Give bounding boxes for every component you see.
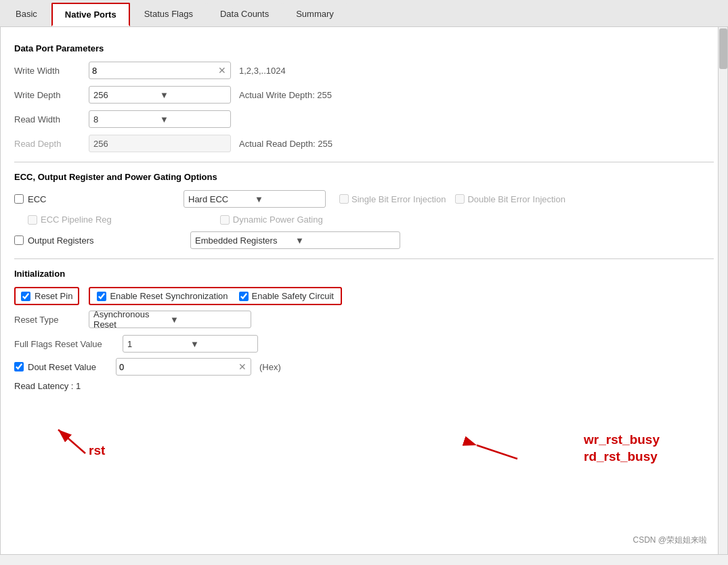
enable-safety-item: Enable Safety Circuit — [239, 291, 334, 301]
reset-type-arrow-icon: ▼ — [170, 315, 247, 325]
reset-type-row: Reset Type Asynchronous Reset ▼ — [14, 311, 714, 328]
pipeline-row: ECC Pipeline Reg Dynamic Power Gating — [28, 214, 714, 225]
read-latency: Read Latency : 1 — [14, 381, 714, 391]
read-depth-row: Read Depth 256 Actual Read Depth: 255 — [14, 135, 714, 152]
ecc-mode-wrapper: Hard ECC ▼ — [184, 190, 333, 208]
full-flags-label: Full Flags Reset Value — [14, 339, 123, 349]
full-flags-dropdown[interactable]: 1 ▼ — [123, 335, 258, 353]
reset-pin-label: Reset Pin — [35, 291, 72, 301]
content-area: Data Port Parameters Write Width ✕ 1,2,3… — [0, 27, 728, 555]
dout-reset-label: Dout Reset Value — [28, 362, 116, 372]
reset-type-dropdown[interactable]: Asynchronous Reset ▼ — [89, 311, 251, 328]
double-bit-label: Double Bit Error Injection — [467, 194, 565, 204]
write-depth-dropdown[interactable]: 256 ▼ — [89, 86, 231, 104]
dout-reset-input-wrapper[interactable]: ✕ — [116, 358, 251, 376]
enable-safety-checkbox[interactable] — [239, 292, 249, 301]
data-port-title: Data Port Parameters — [14, 43, 714, 53]
ecc-right: Single Bit Error Injection Double Bit Er… — [339, 194, 565, 204]
embedded-reg-dropdown[interactable]: Embedded Registers ▼ — [190, 231, 400, 249]
embedded-reg-value: Embedded Registers — [195, 235, 295, 246]
write-width-hint: 1,2,3,..1024 — [239, 66, 286, 76]
reset-pin-checkbox[interactable] — [21, 292, 30, 301]
scrollbar-thumb[interactable] — [719, 28, 727, 69]
tab-native-ports[interactable]: Native Ports — [51, 3, 130, 26]
ecc-title: ECC, Output Register and Power Gating Op… — [14, 172, 714, 182]
ecc-mode-dropdown[interactable]: Hard ECC ▼ — [184, 190, 326, 208]
svg-line-1 — [58, 430, 85, 453]
footer-label: CSDN @荣姐姐来啦 — [633, 535, 707, 546]
double-bit-checkbox[interactable] — [455, 194, 465, 204]
read-depth-input: 256 — [89, 135, 231, 152]
full-flags-value: 1 — [127, 339, 190, 349]
reset-type-label: Reset Type — [14, 315, 89, 325]
read-width-value: 8 — [93, 114, 160, 125]
reset-type-value: Asynchronous Reset — [93, 309, 170, 330]
output-reg-label: Output Registers — [28, 235, 94, 246]
single-bit-item: Single Bit Error Injection — [339, 194, 446, 204]
ecc-row: ECC Hard ECC ▼ Single Bit Error Injectio… — [14, 190, 714, 208]
enable-reset-sync-checkbox[interactable] — [97, 292, 106, 301]
write-width-label: Write Width — [14, 66, 89, 76]
wr-arrow — [450, 432, 538, 472]
write-depth-hint: Actual Write Depth: 255 — [239, 90, 332, 100]
dout-reset-input[interactable] — [119, 362, 237, 372]
divider-2 — [14, 258, 714, 259]
tab-basic[interactable]: Basic — [3, 3, 50, 26]
pipeline-label: ECC Pipeline Reg — [41, 214, 112, 225]
enable-boxes: Enable Reset Synchronization Enable Safe… — [89, 287, 342, 305]
read-depth-hint: Actual Read Depth: 255 — [239, 139, 333, 149]
write-depth-row: Write Depth 256 ▼ Actual Write Depth: 25… — [14, 86, 714, 104]
tab-data-counts[interactable]: Data Counts — [207, 3, 282, 26]
dynamic-power-checkbox[interactable] — [220, 215, 230, 225]
ecc-mode-value: Hard ECC — [188, 194, 255, 204]
write-width-clear-icon[interactable]: ✕ — [217, 65, 228, 76]
write-width-input[interactable] — [92, 66, 217, 76]
output-reg-left: Output Registers — [14, 235, 184, 246]
ecc-mode-arrow-icon: ▼ — [255, 194, 321, 204]
dout-reset-suffix: (Hex) — [259, 362, 281, 372]
dout-reset-clear-icon[interactable]: ✕ — [237, 361, 248, 372]
enable-safety-label: Enable Safety Circuit — [252, 291, 334, 301]
reset-pin-box: Reset Pin — [14, 287, 79, 305]
read-width-dropdown[interactable]: 8 ▼ — [89, 110, 231, 128]
ecc-left: ECC — [14, 194, 184, 204]
init-title: Initialization — [14, 269, 714, 279]
write-depth-value: 256 — [93, 90, 160, 100]
main-container: Basic Native Ports Status Flags Data Cou… — [0, 0, 728, 565]
svg-line-3 — [477, 445, 517, 459]
tab-summary[interactable]: Summary — [283, 3, 347, 26]
wr-rst-busy-annotation: wr_rst_busy rd_rst_busy — [584, 432, 660, 465]
divider-1 — [14, 162, 714, 162]
embedded-reg-arrow-icon: ▼ — [295, 235, 395, 246]
tab-bar: Basic Native Ports Status Flags Data Cou… — [0, 0, 728, 27]
read-width-row: Read Width 8 ▼ — [14, 110, 714, 128]
write-depth-label: Write Depth — [14, 90, 89, 100]
single-bit-checkbox[interactable] — [339, 194, 349, 204]
single-bit-label: Single Bit Error Injection — [351, 194, 446, 204]
tab-status-flags[interactable]: Status Flags — [131, 3, 206, 26]
enable-reset-sync-item: Enable Reset Synchronization — [97, 291, 228, 301]
read-width-label: Read Width — [14, 114, 89, 125]
dynamic-power-item: Dynamic Power Gating — [220, 214, 323, 225]
full-flags-arrow-icon: ▼ — [190, 339, 253, 349]
rst-arrow — [45, 416, 126, 457]
double-bit-item: Double Bit Error Injection — [455, 194, 565, 204]
ecc-label: ECC — [28, 194, 46, 204]
ecc-checkbox[interactable] — [14, 194, 24, 204]
write-depth-arrow-icon: ▼ — [160, 90, 226, 100]
output-reg-row: Output Registers Embedded Registers ▼ — [14, 231, 714, 249]
dynamic-power-label: Dynamic Power Gating — [233, 214, 323, 225]
dout-reset-checkbox[interactable] — [14, 362, 24, 371]
scrollbar[interactable] — [718, 27, 727, 554]
init-reset-row: Reset Pin Enable Reset Synchronization E… — [14, 287, 714, 305]
write-width-input-wrapper[interactable]: ✕ — [89, 62, 231, 79]
dout-reset-row: Dout Reset Value ✕ (Hex) — [14, 358, 714, 376]
full-flags-row: Full Flags Reset Value 1 ▼ — [14, 335, 714, 353]
read-width-arrow-icon: ▼ — [160, 114, 226, 125]
enable-reset-sync-label: Enable Reset Synchronization — [110, 291, 228, 301]
read-depth-label: Read Depth — [14, 139, 89, 149]
pipeline-checkbox[interactable] — [28, 215, 37, 225]
write-width-row: Write Width ✕ 1,2,3,..1024 — [14, 62, 714, 79]
output-reg-checkbox[interactable] — [14, 235, 24, 245]
